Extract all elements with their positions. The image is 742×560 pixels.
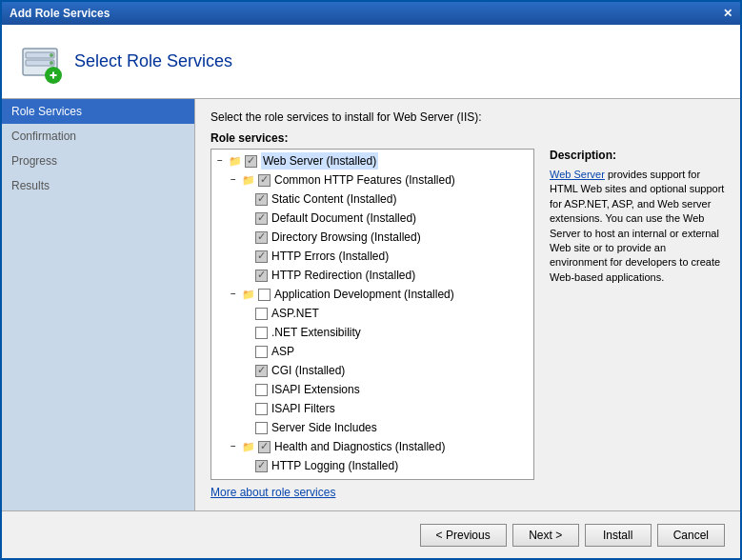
sidebar-item-role-services[interactable]: Role Services bbox=[2, 99, 194, 124]
cb-13[interactable] bbox=[255, 403, 268, 415]
cb-5[interactable] bbox=[255, 250, 268, 263]
tree-row-14: Server Side Includes bbox=[213, 418, 531, 437]
header-area: Select Role Services bbox=[2, 25, 740, 99]
label-11: CGI (Installed) bbox=[271, 362, 345, 379]
tree-row-1: − 📁 Common HTTP Features (Installed) bbox=[213, 170, 531, 190]
tree-panel[interactable]: − 📁 Web Server (Installed) − 📁 Common HT… bbox=[211, 149, 534, 480]
tree-row-7: − 📁 Application Development (Installed) bbox=[213, 285, 531, 304]
desc-text: Web Server provides support for HTML Web… bbox=[550, 168, 725, 285]
label-4: Directory Browsing (Installed) bbox=[271, 229, 421, 246]
label-5: HTTP Errors (Installed) bbox=[271, 248, 389, 265]
description-panel: Description: Web Server provides support… bbox=[534, 149, 725, 499]
cb-17[interactable] bbox=[255, 479, 268, 481]
svg-point-3 bbox=[50, 53, 53, 57]
label-14: Server Side Includes bbox=[271, 419, 377, 436]
label-8: ASP.NET bbox=[271, 305, 319, 322]
role-services-label: Role services: bbox=[211, 131, 725, 145]
toggle-15[interactable]: − bbox=[231, 438, 240, 455]
install-button[interactable]: Install bbox=[585, 524, 652, 547]
cb-1[interactable] bbox=[258, 174, 271, 187]
folder-icon-7: 📁 bbox=[242, 288, 255, 301]
cb-3[interactable] bbox=[255, 212, 268, 225]
tree-row-2: Static Content (Installed) bbox=[213, 190, 531, 209]
cb-9[interactable] bbox=[255, 327, 268, 339]
cb-7[interactable] bbox=[258, 289, 271, 301]
label-10: ASP bbox=[271, 343, 294, 360]
sidebar: Role Services Confirmation Progress Resu… bbox=[2, 99, 195, 510]
folder-icon-15: 📁 bbox=[242, 440, 255, 453]
folder-icon-0: 📁 bbox=[229, 154, 242, 168]
title-bar: Add Role Services ✕ bbox=[2, 2, 740, 25]
footer: < Previous Next > Install Cancel bbox=[2, 510, 740, 558]
tree-row-0: − 📁 Web Server (Installed) bbox=[213, 151, 531, 170]
tree-row-10: ASP bbox=[213, 342, 531, 361]
toggle-1[interactable]: − bbox=[231, 171, 240, 189]
prev-button[interactable]: < Previous bbox=[420, 524, 507, 547]
label-15: Health and Diagnostics (Installed) bbox=[274, 438, 445, 455]
label-17: Logging Tools bbox=[271, 476, 342, 480]
cb-15[interactable] bbox=[258, 441, 271, 453]
folder-icon-1: 📁 bbox=[242, 173, 255, 187]
cb-8[interactable] bbox=[255, 308, 268, 320]
label-7: Application Development (Installed) bbox=[274, 286, 454, 303]
next-button[interactable]: Next > bbox=[512, 524, 579, 547]
desc-body: provides support for HTML Web sites and … bbox=[550, 169, 724, 283]
tree-row-8: ASP.NET bbox=[213, 304, 531, 323]
cb-4[interactable] bbox=[255, 231, 268, 244]
cb-16[interactable] bbox=[255, 460, 268, 472]
label-0: Web Server (Installed) bbox=[261, 152, 378, 170]
toggle-7[interactable]: − bbox=[231, 286, 240, 303]
label-13: ISAPI Filters bbox=[271, 400, 335, 417]
tree-row-16: HTTP Logging (Installed) bbox=[213, 456, 531, 475]
instruction-text: Select the role services to install for … bbox=[211, 110, 725, 124]
label-1: Common HTTP Features (Installed) bbox=[274, 171, 455, 189]
label-2: Static Content (Installed) bbox=[271, 190, 396, 208]
svg-point-4 bbox=[50, 61, 53, 65]
cb-12[interactable] bbox=[255, 384, 268, 396]
cb-6[interactable] bbox=[255, 270, 268, 282]
sidebar-item-confirmation[interactable]: Confirmation bbox=[2, 124, 194, 149]
cb-2[interactable] bbox=[255, 193, 268, 206]
tree-row-9: .NET Extensibility bbox=[213, 323, 531, 342]
main-window: Add Role Services ✕ Select Role Services bbox=[0, 0, 742, 560]
tree-row-11: CGI (Installed) bbox=[213, 361, 531, 380]
svg-rect-7 bbox=[52, 71, 54, 78]
label-12: ISAPI Extensions bbox=[271, 381, 360, 398]
close-button[interactable]: ✕ bbox=[723, 7, 732, 20]
cb-10[interactable] bbox=[255, 346, 268, 358]
sidebar-item-progress[interactable]: Progress bbox=[2, 149, 194, 173]
desc-title: Description: bbox=[550, 149, 725, 162]
tree-row-4: Directory Browsing (Installed) bbox=[213, 228, 531, 247]
header-icon bbox=[17, 39, 63, 85]
window-title: Add Role Services bbox=[10, 7, 110, 20]
cancel-button[interactable]: Cancel bbox=[657, 524, 725, 547]
label-3: Default Document (Installed) bbox=[271, 210, 416, 227]
sidebar-item-results[interactable]: Results bbox=[2, 173, 194, 198]
tree-row-12: ISAPI Extensions bbox=[213, 380, 531, 399]
tree-and-desc: − 📁 Web Server (Installed) − 📁 Common HT… bbox=[211, 149, 725, 499]
header-title: Select Role Services bbox=[74, 51, 232, 71]
main-content: Role Services Confirmation Progress Resu… bbox=[2, 99, 740, 510]
cb-11[interactable] bbox=[255, 365, 268, 377]
tree-row-17: Logging Tools bbox=[213, 475, 531, 480]
tree-row-3: Default Document (Installed) bbox=[213, 209, 531, 228]
content-area: Select the role services to install for … bbox=[195, 99, 740, 510]
tree-section: − 📁 Web Server (Installed) − 📁 Common HT… bbox=[211, 149, 534, 499]
label-16: HTTP Logging (Installed) bbox=[271, 457, 398, 474]
toggle-0[interactable]: − bbox=[217, 152, 227, 170]
tree-row-15: − 📁 Health and Diagnostics (Installed) bbox=[213, 437, 531, 456]
tree-row-5: HTTP Errors (Installed) bbox=[213, 247, 531, 266]
tree-row-13: ISAPI Filters bbox=[213, 399, 531, 418]
more-about-link[interactable]: More about role services bbox=[211, 486, 534, 499]
label-9: .NET Extensibility bbox=[271, 324, 361, 341]
cb-14[interactable] bbox=[255, 422, 268, 434]
tree-row-6: HTTP Redirection (Installed) bbox=[213, 266, 531, 285]
cb-0[interactable] bbox=[245, 155, 257, 168]
label-6: HTTP Redirection (Installed) bbox=[271, 267, 415, 284]
desc-link[interactable]: Web Server bbox=[550, 169, 605, 180]
